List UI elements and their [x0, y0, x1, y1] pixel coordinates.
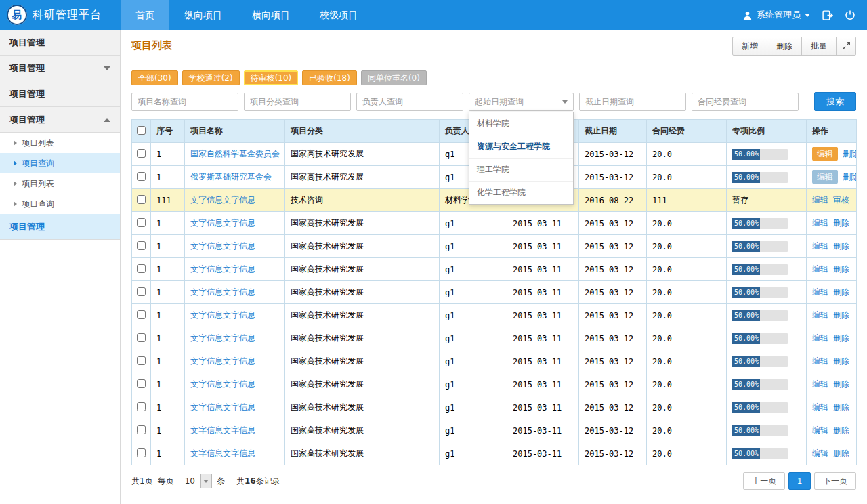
action-link[interactable]: 删除	[833, 310, 849, 320]
action-link[interactable]: 编辑	[812, 287, 828, 297]
action-link[interactable]: 删除	[833, 241, 849, 251]
per-page-select[interactable]: 10	[179, 474, 212, 488]
nav-tab[interactable]: 校级项目	[305, 0, 373, 30]
project-name-link[interactable]: 文字信息文字信息	[190, 195, 255, 205]
project-name-link[interactable]: 文字信息文字信息	[190, 218, 255, 228]
project-name-link[interactable]: 文字信息文字信息	[190, 448, 255, 458]
row-checkbox[interactable]	[137, 310, 146, 319]
action-link[interactable]: 删除	[833, 402, 849, 412]
expand-button[interactable]	[836, 37, 856, 56]
action-link[interactable]: 编辑	[812, 195, 828, 205]
project-category-input[interactable]	[244, 93, 351, 111]
action-button[interactable]: 编辑	[812, 147, 838, 161]
sidebar-group[interactable]: 项目管理	[0, 30, 120, 56]
action-link[interactable]: 删除	[833, 356, 849, 366]
sidebar-item[interactable]: 项目列表	[0, 173, 120, 194]
action-link[interactable]: 编辑	[812, 402, 828, 412]
action-link[interactable]: 编辑	[812, 333, 828, 343]
batch-button[interactable]: 批量	[801, 37, 837, 56]
action-link[interactable]: 删除	[833, 218, 849, 228]
delete-button[interactable]: 删除	[767, 37, 802, 56]
project-name-link[interactable]: 文字信息文字信息	[190, 333, 255, 343]
action-link[interactable]: 删除	[843, 172, 857, 182]
row-checkbox[interactable]	[137, 195, 146, 204]
filter-tab[interactable]: 同单位重名(0)	[361, 70, 427, 85]
project-name-link[interactable]: 文字信息文字信息	[190, 402, 255, 412]
sidebar-group[interactable]: 项目管理	[0, 56, 120, 81]
project-name-link[interactable]: 文字信息文字信息	[190, 425, 255, 435]
sidebar-item[interactable]: 项目查询	[0, 153, 120, 173]
cell-end-date: 2015-03-12	[579, 419, 647, 442]
project-name-input[interactable]	[131, 93, 238, 111]
action-button[interactable]: 编辑	[812, 170, 838, 184]
action-link[interactable]: 删除	[833, 287, 849, 297]
action-link[interactable]: 删除	[833, 333, 849, 343]
nav-tab[interactable]: 纵向项目	[169, 0, 237, 30]
new-button[interactable]: 新增	[732, 37, 767, 56]
project-name-link[interactable]: 文字信息文字信息	[190, 356, 255, 366]
row-checkbox[interactable]	[137, 356, 146, 365]
nav-tab[interactable]: 首页	[121, 0, 169, 30]
action-link[interactable]: 删除	[833, 425, 849, 435]
power-button[interactable]	[844, 9, 856, 21]
action-link[interactable]: 编辑	[812, 425, 828, 435]
action-link[interactable]: 编辑	[812, 448, 828, 458]
prev-page-button[interactable]: 上一页	[743, 472, 785, 490]
leader-input[interactable]	[356, 93, 463, 111]
row-checkbox[interactable]	[137, 402, 146, 411]
row-checkbox[interactable]	[137, 218, 146, 227]
filter-tab[interactable]: 学校通过(2)	[182, 70, 240, 85]
action-link[interactable]: 编辑	[812, 218, 828, 228]
row-checkbox[interactable]	[137, 333, 146, 342]
filter-tab[interactable]: 全部(30)	[131, 70, 178, 85]
filter-tab[interactable]: 待审核(10)	[244, 70, 299, 85]
end-date-input[interactable]	[579, 93, 686, 111]
cell-category: 国家高技术研究发展	[285, 327, 440, 350]
search-button[interactable]: 搜索	[814, 92, 856, 111]
sidebar-group[interactable]: 项目管理	[0, 107, 120, 133]
project-name-link[interactable]: 文字信息文字信息	[190, 264, 255, 274]
row-checkbox[interactable]	[137, 379, 146, 388]
brand: 易 科研管理平台	[0, 0, 121, 30]
dropdown-option[interactable]: 材料学院	[469, 112, 573, 135]
dropdown-option[interactable]: 理工学院	[469, 159, 573, 182]
action-link[interactable]: 编辑	[812, 310, 828, 320]
action-link[interactable]: 删除	[833, 264, 849, 274]
row-checkbox[interactable]	[137, 241, 146, 250]
action-link[interactable]: 编辑	[812, 241, 828, 251]
project-name-link[interactable]: 文字信息文字信息	[190, 379, 255, 389]
row-checkbox[interactable]	[137, 425, 146, 434]
sidebar-group[interactable]: 项目管理	[0, 214, 120, 240]
sidebar-group[interactable]: 项目管理	[0, 81, 120, 107]
row-checkbox[interactable]	[137, 264, 146, 273]
project-name-link[interactable]: 文字信息文字信息	[190, 241, 255, 251]
action-link[interactable]: 审核	[833, 195, 849, 205]
nav-tab[interactable]: 横向项目	[237, 0, 305, 30]
project-name-link[interactable]: 国家自然科学基金委员会	[190, 149, 280, 159]
page-1-button[interactable]: 1	[788, 472, 811, 490]
sidebar-item[interactable]: 项目查询	[0, 194, 120, 214]
action-link[interactable]: 删除	[843, 149, 857, 159]
user-menu[interactable]: 系统管理员	[742, 9, 810, 21]
project-name-link[interactable]: 文字信息文字信息	[190, 310, 255, 320]
action-link[interactable]: 删除	[833, 379, 849, 389]
row-checkbox[interactable]	[137, 149, 146, 158]
start-date-select[interactable]: 起始日期查询 材料学院资源与安全工程学院理工学院化学工程学院	[469, 93, 574, 111]
project-name-link[interactable]: 俄罗斯基础研究基金会	[190, 172, 272, 182]
sidebar-item[interactable]: 项目列表	[0, 133, 120, 153]
filter-tab[interactable]: 已验收(18)	[302, 70, 357, 85]
row-checkbox[interactable]	[137, 287, 146, 296]
action-link[interactable]: 编辑	[812, 264, 828, 274]
action-link[interactable]: 编辑	[812, 379, 828, 389]
row-checkbox[interactable]	[137, 448, 146, 457]
row-checkbox[interactable]	[137, 172, 146, 181]
action-link[interactable]: 编辑	[812, 356, 828, 366]
exit-fullscreen-button[interactable]	[821, 9, 833, 21]
select-all-checkbox[interactable]	[137, 126, 146, 135]
dropdown-option[interactable]: 资源与安全工程学院	[469, 135, 573, 159]
dropdown-option[interactable]: 化学工程学院	[469, 182, 573, 204]
project-name-link[interactable]: 文字信息文字信息	[190, 287, 255, 297]
action-link[interactable]: 删除	[833, 448, 849, 458]
fund-input[interactable]	[692, 93, 799, 111]
next-page-button[interactable]: 下一页	[814, 472, 856, 490]
